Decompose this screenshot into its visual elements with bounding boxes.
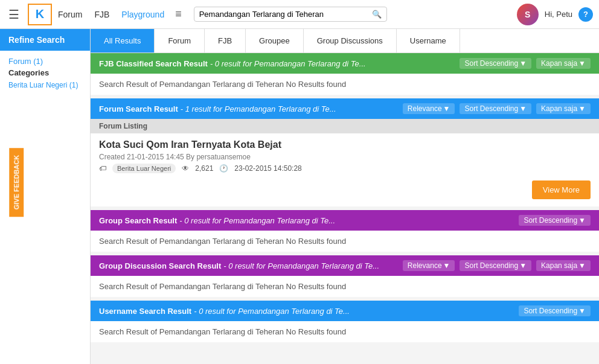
group-sort-btn[interactable]: Sort Descending ▼	[519, 215, 591, 226]
tab-groupee[interactable]: Groupee	[246, 29, 304, 53]
group-discussion-title: Group Discussion Search Result	[99, 261, 221, 270]
group-title: Group Search Result	[99, 216, 177, 225]
search-wrap: 🔍	[194, 7, 387, 22]
sidebar-content: Forum (1) Categories Berita Luar Negeri …	[0, 51, 90, 95]
view-more-button[interactable]: View More	[532, 180, 591, 199]
username-sort-btn[interactable]: Sort Descending ▼	[519, 305, 591, 316]
fjb-title: FJB Classified Search Result	[99, 59, 208, 68]
forum-post-title[interactable]: Kota Suci Qom Iran Ternyata Kota Bejat	[99, 139, 591, 150]
username-section: Username Search Result - 0 result for Pe…	[91, 301, 599, 342]
username-subtitle: - 0 result for Pemandangan Terlarang di …	[194, 307, 350, 316]
username-section-header: Username Search Result - 0 result for Pe…	[91, 301, 599, 321]
forum-section-header: Forum Search Result - 1 result for Peman…	[91, 98, 599, 119]
fjb-body: Search Result of Pemandangan Terlarang d…	[91, 74, 599, 95]
view-more-wrap: View More	[91, 176, 599, 206]
sidebar-category-item[interactable]: Berita Luar Negeri (1)	[8, 81, 82, 89]
forum-controls: Relevance ▼ Sort Descending ▼ Kapan saja…	[403, 103, 591, 114]
username-body: Search Result of Pemandangan Terlarang d…	[91, 321, 599, 342]
more-icon[interactable]: ≡	[175, 8, 182, 21]
tag-icon: 🏷	[99, 164, 106, 173]
fjb-subtitle: - 0 result for Pemandangan Terlarang di …	[210, 59, 366, 68]
nav-playground[interactable]: Playground	[121, 7, 164, 22]
refine-search-label: Refine Search	[0, 29, 90, 51]
group-subtitle: - 0 result for Pemandangan Terlarang di …	[179, 216, 335, 225]
forum-relevance-btn[interactable]: Relevance ▼	[403, 103, 455, 114]
give-feedback-button[interactable]: GIVE FEEDBACK	[9, 147, 24, 216]
tabs-bar: All Results Forum FJB Groupee Group Disc…	[91, 29, 599, 53]
tab-fjb[interactable]: FJB	[205, 29, 246, 53]
username-title: Username Search Result	[99, 307, 191, 316]
forum-listing-label: Forum Listing	[91, 119, 599, 133]
gd-relevance-btn[interactable]: Relevance ▼	[403, 260, 455, 271]
fjb-sort-btn[interactable]: Sort Descending ▼	[460, 58, 531, 69]
search-input[interactable]	[199, 10, 372, 19]
content-wrap: Refine Search Forum (1) Categories Berit…	[0, 29, 599, 364]
group-discussion-body: Search Result of Pemandangan Terlarang d…	[91, 276, 599, 297]
forum-post: Kota Suci Qom Iran Ternyata Kota Bejat C…	[91, 133, 599, 176]
forum-title: Forum Search Result	[99, 104, 178, 113]
forum-section: Forum Search Result - 1 result for Peman…	[91, 98, 599, 206]
nav-fjb[interactable]: FJB	[94, 7, 109, 22]
group-discussion-subtitle: - 0 result for Pemandangan Terlarang di …	[223, 261, 379, 270]
search-icon[interactable]: 🔍	[372, 10, 382, 19]
tab-forum[interactable]: Forum	[155, 29, 205, 53]
fjb-section: FJB Classified Search Result - 0 result …	[91, 53, 599, 95]
tab-all-results[interactable]: All Results	[91, 29, 155, 53]
username-controls: Sort Descending ▼	[519, 305, 591, 316]
gd-time-btn[interactable]: Kapan saja ▼	[536, 260, 591, 271]
greeting: Hi, Petu	[545, 10, 572, 19]
help-icon[interactable]: ?	[578, 7, 593, 22]
group-discussion-section: Group Discussion Search Result - 0 resul…	[91, 255, 599, 297]
fjb-time-btn[interactable]: Kapan saja ▼	[536, 58, 591, 69]
logo[interactable]: K	[28, 4, 52, 25]
forum-post-tags: 🏷 Berita Luar Negeri 👁 2,621 🕐 23-02-201…	[99, 164, 591, 173]
avatar: S	[517, 4, 539, 25]
nav-right: S Hi, Petu ?	[517, 4, 593, 25]
sidebar-forum-item[interactable]: Forum (1)	[8, 57, 82, 66]
hamburger-icon[interactable]: ☰	[6, 5, 22, 24]
gd-sort-btn[interactable]: Sort Descending ▼	[460, 260, 531, 271]
fjb-section-header: FJB Classified Search Result - 0 result …	[91, 53, 599, 74]
forum-subtitle: - 1 result for Pemandangan Terlarang di …	[181, 104, 336, 113]
group-section: Group Search Result - 0 result for Peman…	[91, 210, 599, 252]
nav-links: Forum FJB Playground	[58, 7, 164, 22]
group-section-header: Group Search Result - 0 result for Peman…	[91, 210, 599, 231]
views-icon: 👁	[182, 164, 189, 173]
tag-label[interactable]: Berita Luar Negeri	[112, 164, 176, 173]
main-content: All Results Forum FJB Groupee Group Disc…	[91, 29, 599, 364]
group-discussion-controls: Relevance ▼ Sort Descending ▼ Kapan saja…	[403, 260, 591, 271]
forum-post-meta: Created 21-01-2015 14:45 By persatuansem…	[99, 153, 591, 161]
post-date: 23-02-2015 14:50:28	[234, 164, 301, 173]
group-discussion-header: Group Discussion Search Result - 0 resul…	[91, 255, 599, 276]
views-count: 2,621	[195, 164, 213, 173]
navbar: ☰ K Forum FJB Playground ≡ 🔍 S Hi, Petu …	[0, 0, 599, 29]
forum-sort-btn[interactable]: Sort Descending ▼	[460, 103, 531, 114]
group-body: Search Result of Pemandangan Terlarang d…	[91, 231, 599, 252]
tab-group-discussions[interactable]: Group Discussions	[304, 29, 397, 53]
nav-forum[interactable]: Forum	[58, 7, 82, 22]
fjb-controls: Sort Descending ▼ Kapan saja ▼	[460, 58, 591, 69]
forum-time-btn[interactable]: Kapan saja ▼	[536, 103, 591, 114]
clock-icon: 🕐	[219, 164, 228, 173]
group-controls: Sort Descending ▼	[519, 215, 591, 226]
sidebar-categories-label: Categories	[8, 68, 82, 77]
tab-username[interactable]: Username	[397, 29, 460, 53]
